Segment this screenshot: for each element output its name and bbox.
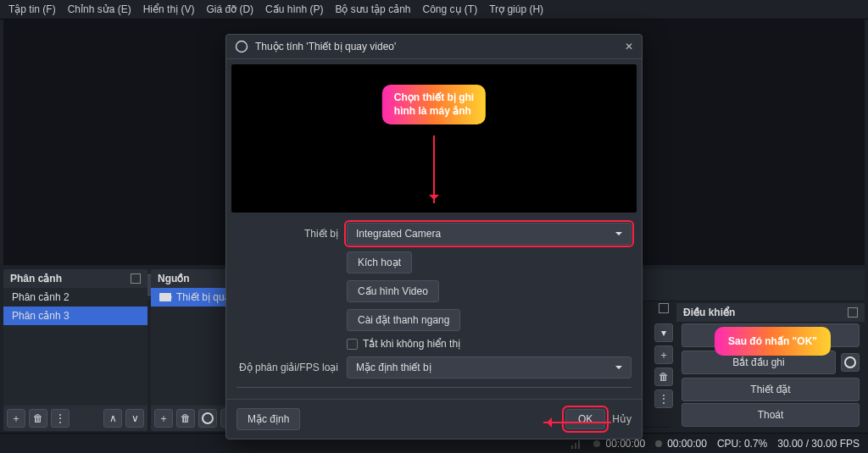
menu-edit[interactable]: Chỉnh sửa (E) — [68, 3, 131, 15]
scene-item[interactable]: Phân cảnh 2 — [3, 288, 147, 307]
dialog-title: Thuộc tính 'Thiết bị quay video' — [255, 41, 396, 52]
network-icon — [571, 439, 583, 449]
transition-del[interactable]: 🗑 — [654, 367, 673, 386]
scene-menu-button[interactable]: ⋮ — [51, 409, 70, 428]
device-select-value: Integrated Camera — [356, 228, 441, 240]
cpu-usage: CPU: 0.7% — [717, 438, 767, 450]
popout-icon[interactable] — [131, 273, 141, 284]
scene-up-button[interactable]: ∧ — [103, 409, 122, 428]
resolution-select[interactable]: Mặc định thiết bị — [347, 356, 632, 378]
dialog-preview: Chọn thiết bị ghi hình là máy ảnh — [231, 64, 637, 213]
defaults-button[interactable]: Mặc định — [236, 408, 300, 430]
resolution-label: Độ phân giải/FPS loại — [236, 362, 338, 373]
menu-profile[interactable]: Cấu hình (P) — [265, 3, 323, 15]
add-scene-button[interactable]: ＋ — [7, 409, 25, 428]
properties-dialog: Thuộc tính 'Thiết bị quay video' ✕ Chọn … — [225, 34, 643, 439]
menu-scene-collection[interactable]: Bộ sưu tập cảnh — [335, 3, 410, 15]
gear-icon — [202, 412, 214, 424]
sources-title: Nguồn — [158, 273, 190, 285]
device-select[interactable]: Integrated Camera — [347, 223, 632, 245]
scene-item[interactable]: Phân cảnh 3 — [3, 307, 147, 325]
add-source-button[interactable]: ＋ — [154, 409, 173, 428]
transition-caret[interactable]: ▾ — [654, 323, 673, 342]
annotation-arrow — [543, 422, 611, 423]
menu-tools[interactable]: Công cụ (T) — [422, 3, 477, 15]
menu-help[interactable]: Trợ giúp (H) — [489, 3, 543, 15]
live-dot-icon — [593, 440, 600, 447]
chevron-down-icon — [615, 232, 622, 239]
device-label: Thiết bị — [236, 228, 338, 240]
delete-scene-button[interactable]: 🗑 — [29, 409, 47, 428]
settings-button[interactable]: Thiết đặt — [682, 378, 860, 401]
activate-button[interactable]: Kích hoạt — [347, 251, 412, 273]
camera-icon — [159, 293, 171, 301]
checkbox-icon — [347, 339, 358, 350]
transition-add[interactable]: ＋ — [654, 345, 673, 364]
fps-counter: 30.00 / 30.00 FPS — [777, 438, 860, 450]
hide-when-inactive-checkbox[interactable]: Tắt khi không hiển thị — [347, 338, 460, 350]
record-settings-button[interactable] — [841, 353, 860, 372]
svg-rect-2 — [571, 445, 573, 449]
exit-button[interactable]: Thoát — [682, 403, 860, 427]
obs-logo-icon — [235, 40, 248, 53]
menu-dock[interactable]: Giá đỡ (D) — [206, 3, 253, 15]
svg-rect-3 — [575, 443, 576, 449]
annotation-top: Chọn thiết bị ghi hình là máy ảnh — [382, 85, 486, 124]
annotation-ok: Sau đó nhấn "OK" — [715, 327, 831, 356]
chevron-down-icon — [615, 366, 622, 373]
scenes-panel: Phân cảnh Phân cảnh 2 Phân cảnh 3 ＋ 🗑 ⋮ … — [3, 269, 147, 431]
rec-dot-icon — [655, 440, 662, 447]
svg-rect-4 — [578, 440, 580, 449]
rec-time: 00:00:00 — [667, 438, 707, 450]
svg-point-5 — [236, 41, 248, 52]
ok-button[interactable]: OK — [565, 409, 605, 429]
transition-side-toolbar: ▾ ＋ 🗑 ⋮ — [654, 303, 673, 408]
menu-file[interactable]: Tập tin (F) — [8, 3, 56, 15]
config-video-button[interactable]: Cấu hình Video — [347, 280, 439, 302]
popout-icon[interactable] — [659, 303, 669, 313]
controls-panel: Điều khiển Bắt đầu phát luồng Bắt đầu gh… — [676, 303, 865, 428]
cancel-button[interactable]: Hủy — [612, 413, 632, 425]
close-button[interactable]: ✕ — [625, 41, 633, 52]
resolution-select-value: Mặc định thiết bị — [356, 362, 431, 373]
delete-source-button[interactable]: 🗑 — [176, 409, 195, 428]
scene-down-button[interactable]: ∨ — [125, 409, 144, 428]
menu-view[interactable]: Hiển thị (V) — [143, 3, 195, 15]
controls-title: Điều khiển — [683, 307, 735, 318]
scenes-title: Phân cảnh — [10, 273, 62, 285]
gear-icon — [844, 356, 856, 368]
source-settings-button[interactable] — [198, 409, 217, 428]
menu-bar: Tập tin (F) Chỉnh sửa (E) Hiển thị (V) G… — [0, 0, 868, 19]
crossbar-button[interactable]: Cài đặt thanh ngang — [347, 309, 460, 331]
annotation-arrow — [433, 135, 435, 203]
popout-icon[interactable] — [848, 307, 858, 318]
